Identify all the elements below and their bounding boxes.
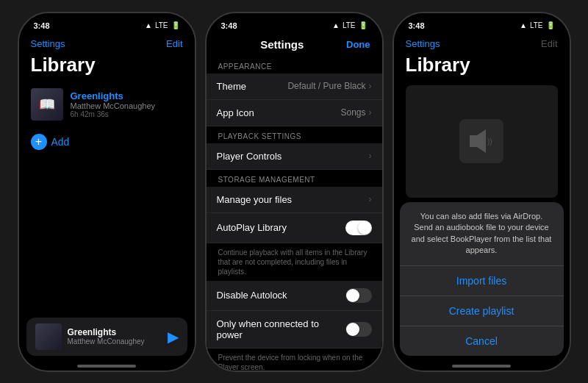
import-files-button[interactable]: Import files <box>400 265 564 296</box>
appearance-section: Appearance <box>207 57 382 74</box>
manage-files-label: Manage your files <box>217 194 369 205</box>
import-artwork: )) <box>406 85 558 198</box>
create-playlist-button[interactable]: Create playlist <box>400 296 564 326</box>
add-label: Add <box>51 136 70 148</box>
edit-link[interactable]: Edit <box>166 38 182 49</box>
phone-library: 3:48 ▲ LTE 🔋 Settings Edit Library 📖 Gre… <box>18 12 196 372</box>
autoplay-desc: Continue playback with all items in the … <box>207 243 382 281</box>
player-controls-row[interactable]: Player Controls › <box>207 143 382 170</box>
cancel-button[interactable]: Cancel <box>400 326 564 356</box>
connected-label: Only when connected to power <box>217 318 345 340</box>
play-button[interactable]: ▶ <box>168 328 179 346</box>
theme-value: Default / Pure Black <box>287 81 365 91</box>
import-header: Settings Edit <box>394 35 570 54</box>
book-thumbnail: 📖 <box>31 88 63 121</box>
book-item[interactable]: 📖 Greenlights Matthew McConaughey 6h 42m… <box>19 82 195 126</box>
settings-content: Settings Done Appearance Theme Default /… <box>207 35 382 371</box>
autolock-toggle[interactable] <box>345 288 372 303</box>
carrier-1: LTE <box>155 21 168 29</box>
status-icons-2: ▲ LTE 🔋 <box>332 21 368 29</box>
chevron-player: › <box>369 151 372 161</box>
chevron-files: › <box>369 194 372 204</box>
autolock-desc: Prevent the device from locking when on … <box>207 348 382 371</box>
import-modal: You can also add files via AirDrop. Send… <box>400 202 564 356</box>
theme-label: Theme <box>217 81 288 92</box>
autoplay-label: AutoPlay Library <box>217 222 345 233</box>
settings-title: Settings <box>260 38 304 51</box>
spacer <box>19 157 195 313</box>
player-controls-label: Player Controls <box>217 151 369 162</box>
chevron-appicon: › <box>369 107 372 118</box>
svg-text:)): )) <box>487 137 492 146</box>
autolock-row[interactable]: Disable Autolock <box>207 281 382 311</box>
speaker-icon: )) <box>467 126 496 156</box>
carrier-3: LTE <box>530 21 543 29</box>
mini-player-info: Greenlights Matthew McConaughey <box>68 327 162 346</box>
autolock-label: Disable Autolock <box>217 290 345 301</box>
status-icons-3: ▲ LTE 🔋 <box>520 21 555 29</box>
home-indicator-3 <box>452 365 511 368</box>
book-thumb-inner: 📖 <box>31 88 63 121</box>
artwork-icon: )) <box>459 119 503 163</box>
carrier-2: LTE <box>343 21 356 29</box>
add-button[interactable]: + Add <box>19 126 195 157</box>
phone-import: 3:48 ▲ LTE 🔋 Settings Edit Library )) <box>392 12 571 372</box>
svg-rect-0 <box>470 135 477 147</box>
status-icons-1: ▲ LTE 🔋 <box>145 21 180 29</box>
book-title: Greenlights <box>71 90 183 101</box>
autoplay-row[interactable]: AutoPlay Library <box>207 213 382 243</box>
home-indicator-1 <box>77 365 136 368</box>
notch-3 <box>448 13 514 29</box>
book-author: Matthew McConaughey <box>71 101 183 110</box>
settings-link[interactable]: Settings <box>31 38 65 49</box>
phone-settings: 3:48 ▲ LTE 🔋 Settings Done Appearance Th… <box>205 12 384 372</box>
battery-3: 🔋 <box>546 21 555 29</box>
time-1: 3:48 <box>34 21 50 30</box>
mini-player-thumb <box>35 323 62 350</box>
app-icon-label: App Icon <box>217 107 341 118</box>
storage-section: Storage Management <box>207 170 382 187</box>
battery-2: 🔋 <box>359 21 368 29</box>
signal-1: ▲ <box>145 21 152 29</box>
library-title: Library <box>19 54 195 82</box>
mini-player-title: Greenlights <box>68 327 162 337</box>
manage-files-row[interactable]: Manage your files › <box>207 187 382 213</box>
book-duration: 6h 42m 36s <box>71 110 183 118</box>
book-info: Greenlights Matthew McConaughey 6h 42m 3… <box>71 90 183 118</box>
notch <box>74 13 140 29</box>
import-library-title: Library <box>394 54 570 81</box>
done-button[interactable]: Done <box>346 39 370 50</box>
playback-section: Playback Settings <box>207 126 382 143</box>
library-content: Settings Edit Library 📖 Greenlights Matt… <box>19 35 195 371</box>
time-3: 3:48 <box>409 21 425 30</box>
library-header: Settings Edit <box>19 35 195 54</box>
connected-row[interactable]: Only when connected to power <box>207 311 382 348</box>
time-2: 3:48 <box>221 21 237 30</box>
import-settings-link[interactable]: Settings <box>406 38 440 49</box>
add-icon: + <box>31 134 47 150</box>
settings-header: Settings Done <box>207 35 382 57</box>
import-modal-description: You can also add files via AirDrop. Send… <box>400 202 564 265</box>
theme-row[interactable]: Theme Default / Pure Black › <box>207 74 382 100</box>
mini-player[interactable]: Greenlights Matthew McConaughey ▶ <box>26 318 187 356</box>
signal-3: ▲ <box>520 21 527 29</box>
autoplay-toggle[interactable] <box>345 221 372 235</box>
signal-2: ▲ <box>332 21 340 29</box>
app-icon-value: Songs <box>340 107 365 118</box>
svg-marker-1 <box>477 129 486 153</box>
battery-1: 🔋 <box>171 21 180 29</box>
notch-2 <box>261 13 327 29</box>
connected-toggle[interactable] <box>345 322 372 337</box>
import-content: Settings Edit Library )) You can also ad… <box>394 35 570 371</box>
import-edit-link: Edit <box>541 38 557 49</box>
app-icon-row[interactable]: App Icon Songs › <box>207 100 382 126</box>
chevron-theme: › <box>369 81 372 91</box>
mini-player-author: Matthew McConaughey <box>68 337 162 346</box>
